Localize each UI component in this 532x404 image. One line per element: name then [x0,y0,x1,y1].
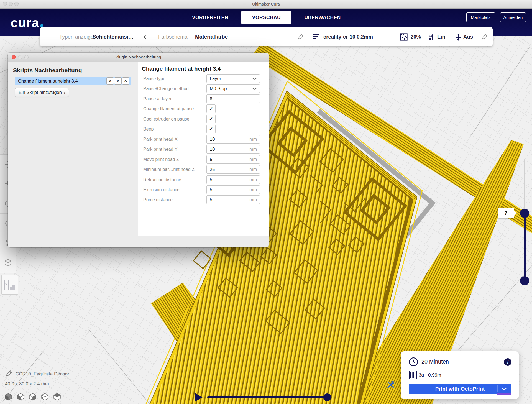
setting-input[interactable]: 10mm [206,135,260,144]
chevron-left-icon[interactable] [143,34,147,39]
setting-input[interactable]: 5mm [206,155,260,164]
adhesion-value[interactable]: Aus [463,27,473,46]
setting-select[interactable]: M0 Stop [206,84,260,93]
setting-label: Park print head X [143,135,178,144]
select-value: M0 Stop [210,85,227,93]
infill-icon [400,33,408,41]
setting-label: Change filament at pause [143,104,194,113]
dialog-minimize-button[interactable] [18,55,22,59]
tab-vorbereiten[interactable]: VORBEREITEN [192,11,228,24]
layer-slider-track[interactable] [524,213,526,281]
view-cube-left[interactable] [41,393,49,401]
support-blocker-button[interactable] [0,253,16,272]
setting-row: Pause/Change methodM0 Stop [138,84,269,93]
edit-pencil-icon[interactable] [298,34,304,40]
color-scheme-label: Farbschema [158,27,188,46]
setting-checkbox[interactable]: ✓ [206,104,216,113]
view-cube-right[interactable] [53,393,61,401]
play-button[interactable] [195,393,203,402]
move-script-down-button[interactable]: ∨ [114,77,122,85]
layer-slider-bottom-handle[interactable] [520,276,529,285]
window-titlebar[interactable]: Ultimaker Cura [0,0,532,9]
dialog-zoom-button[interactable] [24,55,29,59]
setting-label: Beep [143,125,154,134]
setting-checkbox[interactable]: ✓ [206,115,216,123]
script-list-item-selected[interactable]: Change filament at height 3.4 ∧ ∨ ✕ [15,77,131,85]
sign-in-button[interactable]: Anmelden [500,12,526,22]
chevron-down-icon[interactable] [502,388,507,390]
layer-slider-top-handle[interactable] [520,209,529,218]
rename-pencil-icon[interactable] [6,370,13,377]
input-value: 5 [210,155,212,163]
dialog-titlebar[interactable]: Plugin Nachbearbeitung [8,53,269,62]
layer-slider-track-upper[interactable] [524,159,525,215]
playback-slider-handle[interactable] [323,393,331,401]
print-time: 20 Minuten [421,359,449,365]
view-cube-top[interactable] [29,393,37,401]
stairs-icon [4,278,16,291]
script-settings-heading: Change filament at height 3.4 [142,65,221,72]
material-usage: 3g · 0.99m [419,372,441,378]
playback-slider-track[interactable] [207,396,331,398]
close-dialog-button[interactable]: Schließen [236,247,266,247]
input-unit: mm [249,196,257,204]
print-job-panel: 20 Minuten i 3g · 0.99m Print with OctoP… [401,351,519,399]
view-type-value[interactable]: Schichtenansi… [93,27,134,46]
infill-value[interactable]: 20% [411,27,421,46]
setting-label: Park print head Y [143,145,177,154]
select-value: Layer [210,75,221,83]
adhesion-icon [455,34,462,41]
input-unit: mm [249,176,257,184]
view-cube-3d[interactable] [4,393,12,401]
view-orientation-buttons [4,393,61,401]
printer-profile-value[interactable]: creality-cr-10 0.2mm [323,27,373,46]
dialog-title: Plugin Nachbearbeitung [8,53,269,62]
input-value: 5 [210,176,212,184]
add-script-button[interactable]: Ein Skript hinzufügen▾ [15,88,69,97]
setting-select[interactable]: Layer [206,74,260,83]
toolbar-divider [153,31,153,42]
toolbar-divider [308,31,308,42]
setting-input[interactable]: 8 [206,94,260,103]
object-list-button[interactable] [1,275,18,295]
clock-icon [409,357,418,367]
view-cube-front[interactable] [17,393,24,401]
setting-input[interactable]: 10mm [206,145,260,154]
print-with-octoprint-button[interactable]: Print with OctoPrint [409,384,511,394]
setting-row: Move print head Z5mm [138,155,269,164]
octoprint-wrench-icon[interactable] [387,381,395,389]
input-value: 10 [210,145,215,153]
caret-down-icon: ▾ [64,91,65,94]
color-scheme-value[interactable]: Materialfarbe [195,27,228,46]
setting-input[interactable]: 5mm [206,185,260,194]
current-layer-badge: 7 [498,208,514,218]
setting-input[interactable]: 25mm [206,165,260,174]
model-name[interactable]: CCR10_Exquisite Densor [16,371,69,377]
logo-dot [40,24,43,27]
setting-input[interactable]: 5mm [206,175,260,184]
setting-row: Park print head X10mm [138,135,269,144]
setting-input[interactable]: 5mm [206,195,260,204]
view-type-label: Typen anzeigen [59,27,96,46]
dialog-close-button[interactable] [12,55,16,59]
setting-row: Change filament at pause✓ [138,104,269,113]
add-script-label: Ein Skript hinzufügen [19,90,62,95]
setting-checkbox[interactable]: ✓ [206,125,216,133]
tab-ueberwachen[interactable]: ÜBERWACHEN [304,11,341,24]
input-value: 10 [210,135,215,143]
tab-vorschau[interactable]: VORSCHAU [241,11,291,24]
script-settings-pane: Change filament at height 3.4 Pause type… [138,62,269,236]
material-spool-icon [409,371,417,379]
marketplace-button[interactable]: Marktplatz [466,12,495,22]
remove-script-button[interactable]: ✕ [122,77,129,85]
edit-pencil-icon[interactable] [482,34,488,40]
info-icon[interactable]: i [504,358,511,366]
setting-label: Move print head Z [143,155,179,164]
postprocessing-plugin-dialog: Plugin Nachbearbeitung Skripts Nachbearb… [8,53,269,247]
input-unit: mm [249,165,257,173]
setting-row: Pause at layer8 [138,94,269,103]
move-script-up-button[interactable]: ∧ [106,77,114,85]
support-value[interactable]: Ein [437,27,445,46]
input-unit: mm [249,186,257,194]
setting-label: Pause type [143,74,165,83]
